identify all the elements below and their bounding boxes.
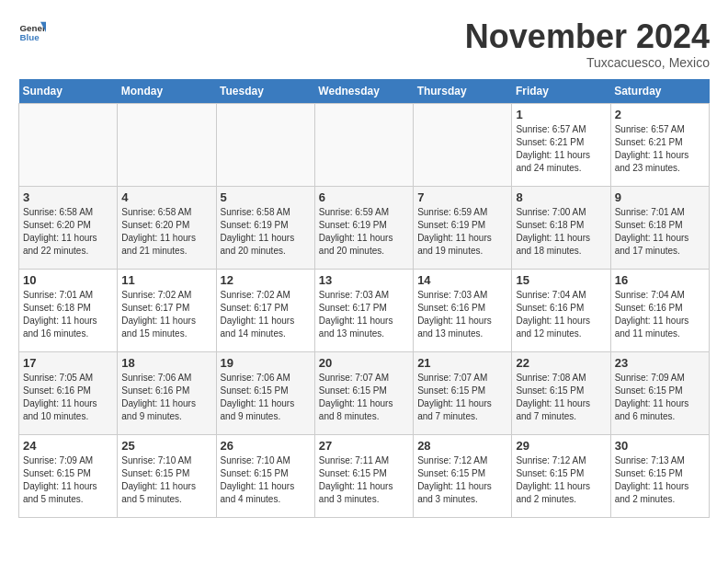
calendar-cell: 13Sunrise: 7:03 AM Sunset: 6:17 PM Dayli…	[314, 269, 413, 351]
col-thursday: Thursday	[414, 79, 512, 104]
day-number: 14	[417, 273, 507, 287]
calendar-cell: 9Sunrise: 7:01 AM Sunset: 6:18 PM Daylig…	[610, 186, 709, 269]
week-row-5: 24Sunrise: 7:09 AM Sunset: 6:15 PM Dayli…	[19, 434, 710, 517]
calendar-cell: 14Sunrise: 7:03 AM Sunset: 6:16 PM Dayli…	[414, 269, 512, 351]
calendar-cell	[414, 103, 512, 186]
calendar-cell: 21Sunrise: 7:07 AM Sunset: 6:15 PM Dayli…	[414, 351, 512, 434]
day-info: Sunrise: 7:01 AM Sunset: 6:18 PM Dayligh…	[615, 206, 705, 258]
day-info: Sunrise: 6:59 AM Sunset: 6:19 PM Dayligh…	[417, 206, 507, 258]
day-number: 4	[121, 190, 211, 204]
day-number: 9	[615, 190, 705, 204]
logo-icon: General Blue	[18, 18, 46, 46]
day-info: Sunrise: 7:07 AM Sunset: 6:15 PM Dayligh…	[319, 372, 409, 423]
calendar-table: Sunday Monday Tuesday Wednesday Thursday…	[18, 79, 710, 518]
day-info: Sunrise: 7:11 AM Sunset: 6:15 PM Dayligh…	[319, 454, 409, 506]
day-number: 3	[23, 190, 113, 204]
logo: General Blue	[18, 18, 46, 46]
day-number: 1	[516, 108, 606, 121]
calendar-cell: 30Sunrise: 7:13 AM Sunset: 6:15 PM Dayli…	[610, 434, 709, 517]
col-monday: Monday	[118, 79, 216, 104]
calendar-cell: 16Sunrise: 7:04 AM Sunset: 6:16 PM Dayli…	[610, 269, 709, 351]
col-saturday: Saturday	[610, 79, 709, 104]
col-tuesday: Tuesday	[216, 79, 314, 104]
page-header: General Blue November 2024 Tuxcacuesco, …	[18, 18, 710, 70]
day-info: Sunrise: 7:03 AM Sunset: 6:16 PM Dayligh…	[417, 289, 507, 340]
day-number: 29	[516, 439, 606, 453]
day-info: Sunrise: 7:10 AM Sunset: 6:15 PM Dayligh…	[121, 454, 211, 506]
svg-text:Blue: Blue	[20, 32, 40, 42]
calendar-cell: 28Sunrise: 7:12 AM Sunset: 6:15 PM Dayli…	[414, 434, 512, 517]
week-row-4: 17Sunrise: 7:05 AM Sunset: 6:16 PM Dayli…	[19, 351, 710, 434]
calendar-cell: 11Sunrise: 7:02 AM Sunset: 6:17 PM Dayli…	[118, 269, 216, 351]
day-number: 6	[319, 190, 409, 204]
day-number: 30	[615, 439, 705, 453]
day-number: 24	[23, 439, 113, 453]
calendar-cell	[216, 103, 314, 186]
calendar-cell: 1Sunrise: 6:57 AM Sunset: 6:21 PM Daylig…	[512, 103, 610, 186]
day-number: 27	[319, 439, 409, 453]
calendar-cell: 17Sunrise: 7:05 AM Sunset: 6:16 PM Dayli…	[19, 351, 118, 434]
day-info: Sunrise: 7:02 AM Sunset: 6:17 PM Dayligh…	[221, 289, 311, 340]
col-wednesday: Wednesday	[314, 79, 413, 104]
day-number: 23	[615, 356, 705, 370]
title-section: November 2024 Tuxcacuesco, Mexico	[465, 18, 710, 70]
calendar-cell: 3Sunrise: 6:58 AM Sunset: 6:20 PM Daylig…	[19, 186, 118, 269]
day-info: Sunrise: 7:03 AM Sunset: 6:17 PM Dayligh…	[319, 289, 409, 340]
day-number: 13	[319, 273, 409, 287]
day-info: Sunrise: 7:10 AM Sunset: 6:15 PM Dayligh…	[221, 454, 311, 506]
day-number: 25	[121, 439, 211, 453]
calendar-cell: 2Sunrise: 6:57 AM Sunset: 6:21 PM Daylig…	[610, 103, 709, 186]
day-info: Sunrise: 7:07 AM Sunset: 6:15 PM Dayligh…	[417, 372, 507, 423]
calendar-cell: 5Sunrise: 6:58 AM Sunset: 6:19 PM Daylig…	[216, 186, 314, 269]
day-number: 21	[417, 356, 507, 370]
day-info: Sunrise: 7:09 AM Sunset: 6:15 PM Dayligh…	[615, 372, 705, 423]
day-info: Sunrise: 7:12 AM Sunset: 6:15 PM Dayligh…	[516, 454, 606, 506]
calendar-cell: 8Sunrise: 7:00 AM Sunset: 6:18 PM Daylig…	[512, 186, 610, 269]
day-info: Sunrise: 7:08 AM Sunset: 6:15 PM Dayligh…	[516, 372, 606, 423]
day-number: 12	[221, 273, 311, 287]
calendar-cell: 22Sunrise: 7:08 AM Sunset: 6:15 PM Dayli…	[512, 351, 610, 434]
calendar-cell: 15Sunrise: 7:04 AM Sunset: 6:16 PM Dayli…	[512, 269, 610, 351]
week-row-3: 10Sunrise: 7:01 AM Sunset: 6:18 PM Dayli…	[19, 269, 710, 351]
day-number: 7	[417, 190, 507, 204]
day-number: 17	[23, 356, 113, 370]
calendar-cell	[19, 103, 118, 186]
day-info: Sunrise: 6:59 AM Sunset: 6:19 PM Dayligh…	[319, 206, 409, 258]
day-info: Sunrise: 7:00 AM Sunset: 6:18 PM Dayligh…	[516, 206, 606, 258]
day-info: Sunrise: 6:58 AM Sunset: 6:20 PM Dayligh…	[121, 206, 211, 258]
day-number: 8	[516, 190, 606, 204]
day-info: Sunrise: 6:57 AM Sunset: 6:21 PM Dayligh…	[516, 123, 606, 175]
col-friday: Friday	[512, 79, 610, 104]
day-info: Sunrise: 7:05 AM Sunset: 6:16 PM Dayligh…	[23, 372, 113, 423]
day-number: 22	[516, 356, 606, 370]
day-info: Sunrise: 7:06 AM Sunset: 6:15 PM Dayligh…	[221, 372, 311, 423]
col-sunday: Sunday	[19, 79, 118, 104]
calendar-cell	[314, 103, 413, 186]
day-info: Sunrise: 6:58 AM Sunset: 6:19 PM Dayligh…	[221, 206, 311, 258]
calendar-cell: 24Sunrise: 7:09 AM Sunset: 6:15 PM Dayli…	[19, 434, 118, 517]
calendar-cell: 23Sunrise: 7:09 AM Sunset: 6:15 PM Dayli…	[610, 351, 709, 434]
day-info: Sunrise: 7:01 AM Sunset: 6:18 PM Dayligh…	[23, 289, 113, 340]
calendar-cell: 19Sunrise: 7:06 AM Sunset: 6:15 PM Dayli…	[216, 351, 314, 434]
calendar-cell: 7Sunrise: 6:59 AM Sunset: 6:19 PM Daylig…	[414, 186, 512, 269]
week-row-2: 3Sunrise: 6:58 AM Sunset: 6:20 PM Daylig…	[19, 186, 710, 269]
day-number: 20	[319, 356, 409, 370]
day-number: 10	[23, 273, 113, 287]
day-info: Sunrise: 6:58 AM Sunset: 6:20 PM Dayligh…	[23, 206, 113, 258]
day-number: 19	[221, 356, 311, 370]
calendar-cell	[118, 103, 216, 186]
day-info: Sunrise: 7:04 AM Sunset: 6:16 PM Dayligh…	[516, 289, 606, 340]
day-number: 26	[221, 439, 311, 453]
day-number: 18	[121, 356, 211, 370]
day-number: 5	[221, 190, 311, 204]
calendar-cell: 26Sunrise: 7:10 AM Sunset: 6:15 PM Dayli…	[216, 434, 314, 517]
calendar-header-row: Sunday Monday Tuesday Wednesday Thursday…	[19, 79, 710, 104]
calendar-cell: 4Sunrise: 6:58 AM Sunset: 6:20 PM Daylig…	[118, 186, 216, 269]
day-info: Sunrise: 7:12 AM Sunset: 6:15 PM Dayligh…	[417, 454, 507, 506]
day-number: 15	[516, 273, 606, 287]
location: Tuxcacuesco, Mexico	[465, 55, 710, 70]
day-info: Sunrise: 7:13 AM Sunset: 6:15 PM Dayligh…	[615, 454, 705, 506]
day-number: 16	[615, 273, 705, 287]
calendar-cell: 12Sunrise: 7:02 AM Sunset: 6:17 PM Dayli…	[216, 269, 314, 351]
day-number: 2	[615, 108, 705, 121]
